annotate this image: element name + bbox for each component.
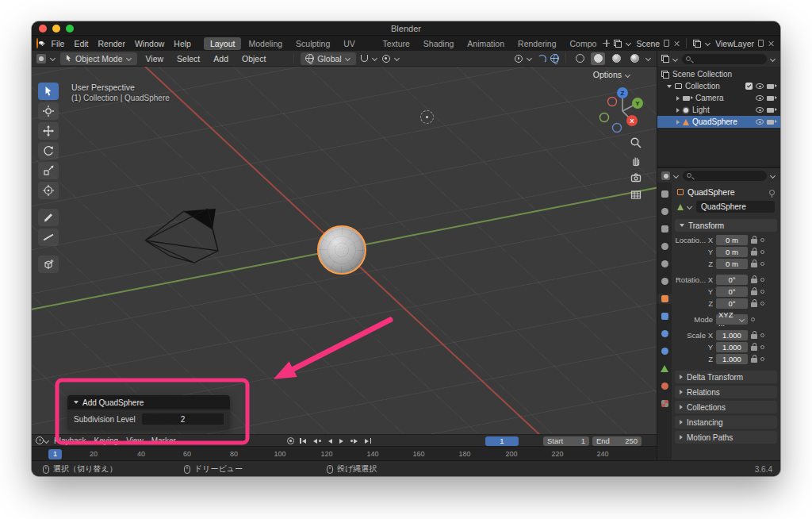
axis-neg-y-handle[interactable]	[600, 113, 609, 122]
tab-output[interactable]	[657, 224, 672, 234]
section-relations[interactable]: Relations	[675, 386, 777, 398]
render-visibility-icon[interactable]	[767, 108, 774, 113]
tab-animation[interactable]: Animation	[461, 37, 511, 50]
zoom-button[interactable]	[66, 25, 74, 33]
tab-render[interactable]	[657, 206, 672, 217]
section-delta-transform[interactable]: Delta Transform	[675, 371, 777, 383]
hide-eye-icon[interactable]	[756, 119, 764, 125]
chevron-down-icon[interactable]	[50, 56, 56, 61]
overlays-toggle[interactable]	[550, 54, 559, 63]
lock-icon[interactable]	[751, 279, 757, 283]
animate-dot-icon[interactable]	[760, 345, 764, 349]
property-value-field[interactable]: 0 m	[716, 247, 748, 257]
animate-dot-icon[interactable]	[760, 262, 764, 266]
tab-particles[interactable]	[657, 329, 672, 339]
jump-to-end-button[interactable]	[363, 438, 373, 444]
hide-eye-icon[interactable]	[756, 107, 764, 113]
gizmo-toggle[interactable]	[537, 54, 546, 63]
render-visibility-icon[interactable]	[767, 120, 774, 125]
play-button[interactable]	[338, 439, 345, 444]
hide-eye-icon[interactable]	[756, 95, 764, 101]
pan-view-button[interactable]	[630, 154, 642, 167]
tab-compositing[interactable]: Compo	[564, 37, 603, 50]
tab-physics[interactable]	[657, 346, 672, 356]
measure-tool[interactable]	[38, 229, 59, 246]
menu-view[interactable]: View	[122, 436, 147, 445]
add-cube-tool[interactable]	[38, 256, 59, 273]
operator-panel-header[interactable]: Add QuadSphere	[67, 395, 230, 409]
frame-start-field[interactable]: Start 1	[543, 436, 589, 446]
light-object-gizmo[interactable]	[420, 110, 434, 124]
animate-dot-icon[interactable]	[760, 238, 764, 242]
lock-icon[interactable]	[751, 290, 757, 295]
axis-neg-z-handle[interactable]	[613, 124, 622, 133]
move-tool[interactable]	[38, 122, 59, 140]
viewlayer-browse-icon[interactable]	[693, 40, 701, 48]
tab-world[interactable]	[657, 276, 672, 286]
frame-end-field[interactable]: End 250	[592, 436, 642, 446]
animate-dot-icon[interactable]	[760, 357, 764, 361]
outliner-editor-icon[interactable]	[661, 55, 669, 63]
menu-view[interactable]: View	[141, 52, 169, 65]
menu-playback[interactable]: Playback	[50, 436, 90, 445]
new-scene-button[interactable]	[664, 40, 669, 47]
snap-toggle[interactable]	[360, 54, 368, 63]
mode-dropdown[interactable]: Object Mode	[60, 52, 137, 65]
outliner-filter-dropdown[interactable]	[770, 56, 776, 62]
shading-dropdown[interactable]	[645, 56, 652, 61]
shading-rendered-button[interactable]	[627, 52, 642, 65]
animate-dot-icon[interactable]	[760, 250, 764, 254]
object-name-field[interactable]: QuadSphere	[696, 201, 775, 213]
outliner-row-scene-collection[interactable]: Scene Collection	[657, 68, 780, 80]
subdivision-level-field[interactable]: 2	[142, 413, 224, 425]
property-value-field[interactable]: 0°	[716, 286, 748, 297]
tab-view-layer[interactable]	[657, 241, 672, 252]
tab-layout[interactable]: Layout	[204, 37, 242, 50]
timeline-ruler[interactable]: 1 20 40 60 80 100 120 140 160 180 200 22…	[32, 446, 657, 460]
snap-dropdown[interactable]	[372, 56, 378, 61]
shading-material-button[interactable]	[609, 52, 623, 65]
outliner-row-camera[interactable]: Camera	[657, 92, 780, 104]
transform-section-header[interactable]: Transform	[675, 219, 777, 232]
menu-add[interactable]: Add	[209, 52, 233, 65]
tab-object-data[interactable]	[657, 363, 672, 374]
proportional-editing-toggle[interactable]	[382, 55, 390, 63]
menu-select[interactable]: Select	[172, 52, 205, 65]
lock-icon[interactable]	[751, 263, 757, 267]
tab-uv-editing[interactable]: UV Editing	[337, 37, 375, 50]
axis-neg-x-handle[interactable]	[608, 98, 617, 106]
orientation-dropdown[interactable]: Global	[301, 52, 355, 65]
menu-keying[interactable]: Keying	[90, 436, 123, 445]
tab-texture-paint[interactable]: Texture Paint	[376, 37, 416, 50]
select-box-tool[interactable]	[38, 83, 59, 100]
tab-texture[interactable]	[657, 398, 672, 409]
tab-tool[interactable]	[657, 189, 672, 199]
disclosure-triangle-icon[interactable]	[676, 108, 680, 113]
rotate-tool[interactable]	[38, 142, 59, 160]
blender-logo-icon[interactable]	[36, 38, 38, 48]
quadsphere-object[interactable]	[317, 225, 366, 275]
section-motion-paths[interactable]: Motion Paths	[675, 431, 777, 444]
autokey-toggle[interactable]	[287, 437, 294, 444]
outliner-row-collection[interactable]: Collection	[657, 80, 780, 92]
jump-to-start-button[interactable]	[298, 438, 308, 444]
add-workspace-button[interactable]	[603, 40, 610, 47]
shading-wireframe-button[interactable]	[573, 52, 587, 65]
scene-browse-icon[interactable]	[614, 40, 622, 48]
hide-eye-icon[interactable]	[756, 83, 764, 89]
animate-dot-icon[interactable]	[760, 290, 764, 294]
transform-tool[interactable]	[38, 182, 59, 199]
disclosure-triangle-icon[interactable]	[667, 85, 672, 88]
shading-solid-button[interactable]	[591, 52, 605, 65]
chevron-down-icon[interactable]	[705, 40, 711, 46]
render-visibility-icon[interactable]	[767, 84, 774, 89]
new-viewlayer-button[interactable]	[758, 40, 764, 47]
property-value-field[interactable]: 0°	[716, 298, 748, 309]
toggle-orthographic-button[interactable]	[630, 188, 642, 201]
tab-rendering[interactable]: Rendering	[511, 37, 562, 50]
properties-filter-dropdown[interactable]	[770, 173, 776, 179]
cone-wireframe-object[interactable]	[139, 203, 226, 275]
properties-editor-icon[interactable]	[661, 171, 670, 180]
animate-dot-icon[interactable]	[760, 278, 764, 282]
property-value-field[interactable]: 0 m	[716, 235, 748, 245]
